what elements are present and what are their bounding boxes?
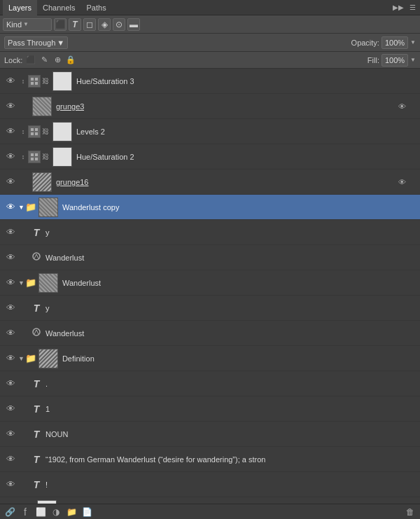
text-layer-icon-17: T bbox=[29, 479, 43, 490]
layer-visibility-extra-2[interactable]: 👁 bbox=[398, 102, 406, 111]
layer-row-14[interactable]: 👁T1 bbox=[0, 396, 420, 422]
blend-dropdown-arrow: ▼ bbox=[57, 39, 64, 47]
layer-row-8[interactable]: 👁Wanderlust bbox=[0, 245, 420, 270]
visibility-toggle-1[interactable]: 👁 bbox=[3, 76, 18, 86]
filter-smart-icon[interactable]: ◈ bbox=[98, 18, 111, 31]
link-layers-button[interactable]: 🔗 bbox=[3, 506, 17, 518]
layer-row-10[interactable]: 👁Ty bbox=[0, 296, 420, 321]
eye-icon: 👁 bbox=[6, 403, 15, 414]
filter-shape-icon[interactable]: ◻ bbox=[83, 18, 96, 31]
svg-rect-11 bbox=[35, 158, 38, 160]
kind-select[interactable]: Kind ▼ bbox=[3, 18, 52, 31]
adj-icon-4 bbox=[28, 151, 41, 163]
visibility-toggle-17[interactable]: 👁 bbox=[3, 479, 18, 490]
layer-row-4[interactable]: 👁↕⛓Hue/Saturation 2 bbox=[0, 144, 420, 169]
layer-row-9[interactable]: 👁▼📁Wanderlust bbox=[0, 270, 420, 296]
tab-menu-icon[interactable]: ☰ bbox=[408, 2, 417, 13]
add-adjustment-button[interactable]: ◑ bbox=[49, 506, 63, 518]
eye-icon: 👁 bbox=[6, 277, 15, 288]
tab-bar: Layers Channels Paths ▶▶ ☰ bbox=[0, 0, 420, 15]
new-layer-button[interactable]: 📄 bbox=[80, 506, 94, 518]
tab-channels[interactable]: Channels bbox=[37, 0, 80, 15]
layer-row-3[interactable]: 👁↕⛓Levels 2 bbox=[0, 119, 420, 144]
visibility-toggle-4[interactable]: 👁 bbox=[3, 151, 18, 162]
layer-row-15[interactable]: 👁TNOUN bbox=[0, 422, 420, 447]
layer-row-17[interactable]: 👁T! bbox=[0, 472, 420, 497]
tab-paths[interactable]: Paths bbox=[81, 0, 112, 15]
text-layer-icon-13: T bbox=[29, 378, 43, 389]
add-style-button[interactable]: f bbox=[18, 506, 32, 518]
opacity-dropdown-arrow[interactable]: ▼ bbox=[410, 39, 416, 46]
visibility-toggle-7[interactable]: 👁 bbox=[3, 227, 18, 237]
visibility-toggle-2[interactable]: 👁 bbox=[3, 101, 18, 111]
layer-name-10: y bbox=[46, 304, 50, 312]
lock-icons: ⬛ ✎ ⊕ 🔒 bbox=[25, 55, 76, 66]
layer-name-2: grunge3 bbox=[56, 102, 84, 111]
eye-icon: 👁 bbox=[6, 151, 15, 162]
eye-icon: 👁 bbox=[6, 454, 15, 464]
visibility-toggle-13[interactable]: 👁 bbox=[3, 378, 18, 389]
layer-thumb-5 bbox=[32, 172, 52, 192]
layer-row-11[interactable]: 👁Wanderlust bbox=[0, 321, 420, 346]
visibility-toggle-11[interactable]: 👁 bbox=[3, 328, 18, 338]
visibility-toggle-10[interactable]: 👁 bbox=[3, 303, 18, 313]
filter-text-icon[interactable]: T bbox=[69, 18, 81, 31]
blend-mode-select[interactable]: Pass Through ▼ bbox=[4, 36, 68, 49]
lock-position-icon[interactable]: ✎ bbox=[38, 55, 50, 66]
layer-name-9: Wanderlust bbox=[62, 279, 101, 287]
text-layer-icon-16: T bbox=[29, 454, 43, 465]
layer-thumb-12 bbox=[38, 349, 58, 368]
visibility-toggle-9[interactable]: 👁 bbox=[3, 277, 18, 288]
delete-layer-button[interactable]: 🗑 bbox=[403, 506, 417, 518]
visibility-toggle-15[interactable]: 👁 bbox=[3, 429, 18, 439]
layer-row-18[interactable]: 👁▶📁Background bbox=[0, 497, 420, 504]
opacity-value[interactable]: 100% bbox=[382, 36, 408, 49]
text-layer-icon-14: T bbox=[29, 403, 43, 415]
kind-dropdown-arrow: ▼ bbox=[23, 21, 29, 27]
lock-pixels-icon[interactable]: ⬛ bbox=[25, 55, 36, 66]
layer-row-6[interactable]: 👁▼📁Wanderlust copy bbox=[0, 195, 420, 220]
eye-icon: 👁 bbox=[6, 227, 15, 237]
visibility-toggle-3[interactable]: 👁 bbox=[3, 126, 18, 137]
visibility-toggle-16[interactable]: 👁 bbox=[3, 454, 18, 464]
text-layer-icon-7: T bbox=[29, 227, 43, 238]
tab-expand-icon[interactable]: ▶▶ bbox=[391, 2, 405, 13]
layer-row-13[interactable]: 👁T. bbox=[0, 371, 420, 396]
filter-extra-icon[interactable]: ▬ bbox=[127, 18, 140, 31]
tab-layers[interactable]: Layers bbox=[3, 0, 37, 15]
lock-all-icon[interactable]: 🔒 bbox=[65, 55, 76, 66]
group-expand-12[interactable]: ▼ bbox=[18, 355, 24, 362]
new-group-button[interactable]: 📁 bbox=[64, 506, 78, 518]
layer-row-12[interactable]: 👁▼📁Definition bbox=[0, 346, 420, 371]
layer-row-7[interactable]: 👁Ty bbox=[0, 220, 420, 245]
eye-icon: 👁 bbox=[6, 76, 15, 86]
lock-artboards-icon[interactable]: ⊕ bbox=[52, 55, 63, 66]
bottom-bar: 🔗 f ⬜ ◑ 📁 📄 🗑 bbox=[0, 504, 420, 519]
layer-name-5: grunge16 bbox=[56, 178, 89, 186]
layer-thumb-4 bbox=[52, 147, 72, 167]
layer-visibility-extra-5[interactable]: 👁 bbox=[398, 178, 406, 186]
layer-thumb-6 bbox=[38, 198, 58, 217]
visibility-toggle-6[interactable]: 👁 bbox=[3, 202, 18, 212]
add-mask-button[interactable]: ⬜ bbox=[34, 506, 48, 518]
layer-name-17: ! bbox=[46, 480, 48, 489]
layer-row-1[interactable]: 👁↕⛓Hue/Saturation 3 bbox=[0, 69, 420, 94]
visibility-toggle-8[interactable]: 👁 bbox=[3, 252, 18, 263]
svg-rect-3 bbox=[35, 82, 38, 85]
fill-dropdown-arrow[interactable]: ▼ bbox=[410, 57, 416, 63]
filter-toolbar: Kind ▼ ⬛ T ◻ ◈ ⊙ ▬ bbox=[0, 15, 420, 34]
visibility-toggle-12[interactable]: 👁 bbox=[3, 353, 18, 364]
layer-row-5[interactable]: 👁grunge16👁 bbox=[0, 169, 420, 195]
tab-actions: ▶▶ ☰ bbox=[391, 2, 417, 13]
filter-adj-icon[interactable]: ⊙ bbox=[113, 18, 125, 31]
lock-label: Lock: bbox=[4, 56, 22, 64]
visibility-toggle-5[interactable]: 👁 bbox=[3, 177, 18, 187]
group-expand-9[interactable]: ▼ bbox=[18, 279, 24, 286]
layer-name-11: Wanderlust bbox=[46, 329, 84, 338]
group-expand-6[interactable]: ▼ bbox=[18, 204, 24, 211]
layer-row-16[interactable]: 👁T“1902, from German Wanderlust (“desire… bbox=[0, 447, 420, 472]
layer-row-2[interactable]: 👁grunge3👁 bbox=[0, 94, 420, 119]
visibility-toggle-14[interactable]: 👁 bbox=[3, 403, 18, 414]
filter-pixel-icon[interactable]: ⬛ bbox=[54, 18, 66, 31]
fill-value[interactable]: 100% bbox=[382, 54, 408, 67]
